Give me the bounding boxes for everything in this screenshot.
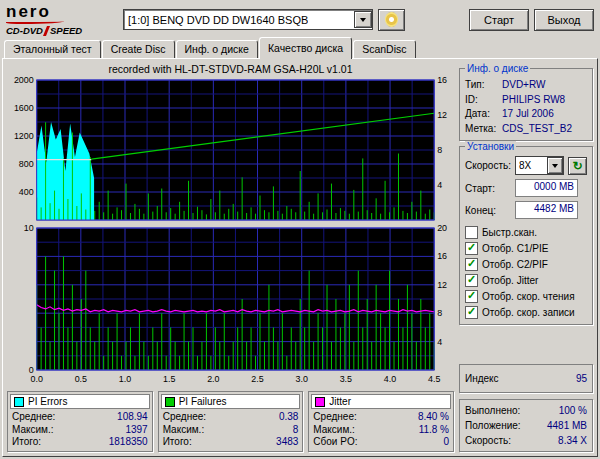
stat-value: 0: [443, 436, 449, 449]
jitter-swatch: [315, 397, 325, 407]
svg-text:2.5: 2.5: [251, 374, 263, 384]
exit-button[interactable]: Выход: [534, 9, 594, 31]
speed-stat-value: 8.34 X: [558, 433, 587, 448]
svg-text:8: 8: [437, 145, 442, 155]
scan-start-field[interactable]: 0000 MB: [515, 179, 578, 197]
checkbox-label: Отобр. Jitter: [482, 275, 538, 286]
done-label: Выполнено:: [465, 403, 520, 418]
refresh-speed-button[interactable]: ↻: [568, 157, 587, 175]
checkbox-show-read-speed[interactable]: ✓ Отобр. скор. чтения: [465, 288, 587, 304]
stat-value: 1818350: [109, 436, 148, 449]
svg-text:400: 400: [19, 187, 34, 197]
stat-label: Итого:: [12, 436, 41, 449]
scan-start-label: Старт:: [465, 183, 515, 194]
tab-bar: Эталонный тест Create Disc Инф. о диске …: [0, 36, 600, 58]
drive-select[interactable]: [1:0] BENQ DVD DD DW1640 BSQB: [123, 9, 373, 30]
stat-label: Итого:: [163, 436, 192, 449]
checkbox-label: Отобр. скор. чтения: [482, 291, 575, 302]
tab-benchmark[interactable]: Эталонный тест: [4, 40, 101, 58]
pi-errors-legend: PI Errors: [10, 394, 150, 409]
side-panel: Инф. о диске Тип:DVD+RW ID:PHILIPS RW8 Д…: [459, 63, 593, 452]
stat-label: Среднее:: [12, 411, 55, 424]
svg-text:0.0: 0.0: [30, 374, 42, 384]
svg-text:800: 800: [19, 159, 34, 169]
stat-value: 11.8 %: [419, 424, 449, 437]
pi-failures-stats: Среднее:0.38 Максим.:8 Итого:3483: [161, 409, 301, 449]
chevron-down-icon[interactable]: [354, 11, 372, 28]
pi-failures-legend-label: PI Failures: [179, 396, 227, 407]
index-value: 95: [576, 373, 587, 384]
chart-column: recorded with HL-DT-STDVD-RAM GSA-H20L v…: [7, 63, 454, 452]
toolbar: nero CD-DVD SPEED [1:0] BENQ DVD DD DW16…: [0, 0, 600, 36]
svg-text:4: 4: [437, 180, 442, 190]
svg-text:16: 16: [437, 251, 447, 261]
tab-create-disc[interactable]: Create Disc: [102, 40, 175, 58]
down-arrow-icon: [552, 164, 558, 171]
tab-scandisc[interactable]: ScanDisc: [353, 40, 415, 58]
position-label: Положение:: [465, 418, 521, 433]
stat-label: Максим.:: [163, 424, 205, 437]
checkbox-fast-scan[interactable]: Быстр.скан.: [465, 224, 587, 240]
checkbox-label: Отобр. скор. записи: [482, 307, 575, 318]
svg-text:12: 12: [437, 280, 447, 290]
checkbox-label: Отобр. C1/PIE: [482, 243, 548, 254]
tab-disc-info[interactable]: Инф. о диске: [176, 40, 258, 58]
disc-quality-page: recorded with HL-DT-STDVD-RAM GSA-H20L v…: [2, 58, 598, 457]
pi-errors-swatch: [14, 397, 24, 407]
svg-text:3.0: 3.0: [296, 374, 308, 384]
checkbox-box[interactable]: [465, 226, 478, 239]
nero-logo-text: nero: [6, 3, 118, 20]
checkbox-show-jitter[interactable]: ✓ Отобр. Jitter: [465, 272, 587, 288]
logo-speed: SPEED: [50, 26, 82, 36]
checkbox-box[interactable]: ✓: [465, 242, 478, 255]
quality-index-panel: Индекс 95: [459, 364, 593, 393]
start-button[interactable]: Старт: [469, 9, 529, 31]
svg-text:8: 8: [437, 308, 442, 318]
statistics-row: PI Errors Среднее:108.94 Максим.:1397 Ит…: [7, 391, 454, 452]
stat-label: Среднее:: [163, 411, 206, 424]
checkbox-box[interactable]: ✓: [465, 274, 478, 287]
pi-errors-stats-panel: PI Errors Среднее:108.94 Максим.:1397 Ит…: [7, 391, 153, 452]
pi-failures-stats-panel: PI Failures Среднее:0.38 Максим.:8 Итого…: [158, 391, 304, 452]
stat-value: 8: [293, 424, 299, 437]
checkbox-show-c2-pif[interactable]: ✓ Отобр. C2/PIF: [465, 256, 587, 272]
stat-value: 8.40 %: [418, 411, 449, 424]
svg-text:1.0: 1.0: [119, 374, 131, 384]
svg-text:1200: 1200: [14, 131, 34, 141]
eject-disc-button[interactable]: [378, 9, 405, 31]
speed-select[interactable]: 8X: [515, 156, 564, 175]
down-arrow-icon: [360, 18, 366, 25]
disc-icon: [385, 12, 398, 27]
disc-date-value: 17 Jul 2006: [502, 107, 554, 122]
pi-errors-stats: Среднее:108.94 Максим.:1397 Итого:181835…: [10, 409, 150, 449]
svg-text:2000: 2000: [14, 76, 34, 85]
jitter-legend-label: Jitter: [329, 396, 351, 407]
tab-disc-quality[interactable]: Качество диска: [259, 37, 352, 59]
svg-text:20: 20: [437, 224, 447, 233]
refresh-icon: ↻: [573, 159, 583, 173]
svg-text:3.5: 3.5: [340, 374, 352, 384]
svg-text:4: 4: [437, 337, 442, 347]
scan-end-field[interactable]: 4482 MB: [515, 201, 578, 219]
chevron-down-icon[interactable]: [547, 157, 563, 174]
svg-text:1.5: 1.5: [163, 374, 175, 384]
checkbox-box[interactable]: ✓: [465, 306, 478, 319]
nero-logo: nero CD-DVD SPEED: [6, 3, 118, 36]
checkbox-box[interactable]: ✓: [465, 258, 478, 271]
pi-failures-jitter-chart: 100201612840.00.51.01.52.02.53.03.54.04.…: [7, 224, 454, 388]
position-value: 4481 MB: [547, 418, 587, 433]
checkbox-show-c1-pie[interactable]: ✓ Отобр. C1/PIE: [465, 240, 587, 256]
stat-label: Максим.:: [12, 424, 54, 437]
stat-label: Сбои PO:: [313, 436, 357, 449]
jitter-stats: Среднее:8.40 % Максим.:11.8 % Сбои PO:0: [311, 409, 451, 449]
stat-value: 108.94: [117, 411, 148, 424]
disc-info-groupbox: Инф. о диске Тип:DVD+RW ID:PHILIPS RW8 Д…: [459, 68, 593, 141]
disc-info-title: Инф. о диске: [465, 63, 530, 74]
svg-text:4.0: 4.0: [384, 374, 396, 384]
progress-panel: Выполнено:100 % Положение:4481 MB Скорос…: [459, 399, 593, 452]
pi-errors-legend-label: PI Errors: [28, 396, 67, 407]
settings-title: Установки: [465, 141, 516, 152]
checkbox-box[interactable]: ✓: [465, 290, 478, 303]
checkbox-show-write-speed[interactable]: ✓ Отобр. скор. записи: [465, 304, 587, 320]
nero-cd-dvd-speed-window: nero CD-DVD SPEED [1:0] BENQ DVD DD DW16…: [0, 0, 600, 459]
